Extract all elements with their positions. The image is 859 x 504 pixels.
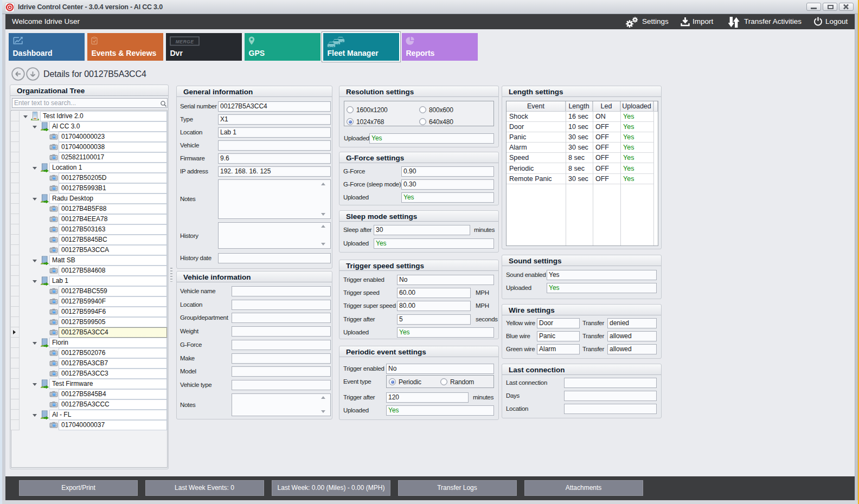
svg-text:MERGE: MERGE (175, 39, 194, 44)
